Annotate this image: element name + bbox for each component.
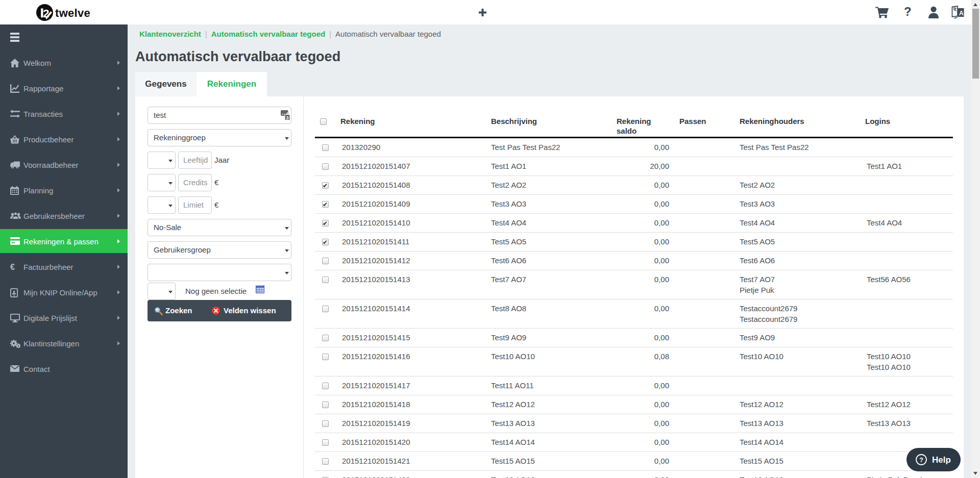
svg-text:A: A	[959, 10, 964, 17]
svg-text:€: €	[10, 263, 15, 271]
svg-text:3: 3	[286, 115, 288, 120]
svg-text:?: ?	[919, 457, 923, 464]
